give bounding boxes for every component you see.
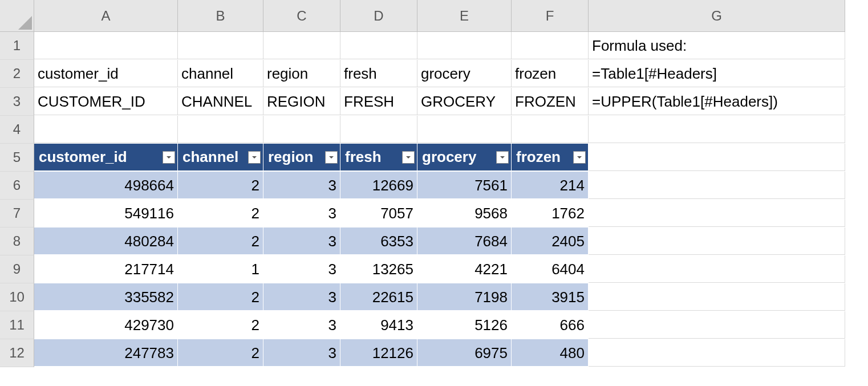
cell-formula[interactable]: =Table1[#Headers]	[589, 60, 845, 87]
row-header[interactable]: 10	[0, 283, 34, 311]
table-cell[interactable]: 6404	[512, 255, 589, 283]
cell[interactable]	[34, 116, 178, 143]
table-cell[interactable]: 2	[178, 172, 263, 199]
table-cell[interactable]: 12669	[340, 172, 417, 199]
table-cell[interactable]: 13265	[340, 255, 417, 283]
filter-dropdown-button[interactable]	[573, 151, 586, 164]
table-cell[interactable]: 217714	[34, 255, 178, 283]
table-cell[interactable]: 9413	[340, 311, 417, 339]
row-header[interactable]: 12	[0, 339, 34, 367]
cell[interactable]	[512, 32, 589, 59]
cell[interactable]	[178, 116, 263, 143]
table-cell[interactable]: 6975	[417, 339, 512, 367]
cell[interactable]	[340, 32, 417, 59]
cell[interactable]	[589, 255, 845, 283]
cell-formula-label[interactable]: Formula used:	[589, 32, 845, 59]
row-header[interactable]: 9	[0, 255, 34, 283]
filter-dropdown-button[interactable]	[496, 151, 509, 164]
table-cell[interactable]: 2	[178, 283, 263, 311]
select-all-corner[interactable]	[0, 0, 34, 32]
row-header[interactable]: 1	[0, 32, 34, 60]
table-cell[interactable]: 2405	[512, 227, 589, 255]
table-cell[interactable]: 2	[178, 227, 263, 255]
table-cell[interactable]: 7198	[417, 283, 512, 311]
column-header[interactable]: C	[263, 0, 340, 32]
column-header[interactable]: D	[340, 0, 417, 32]
cell[interactable]: CUSTOMER_ID	[34, 88, 178, 115]
filter-dropdown-button[interactable]	[248, 151, 261, 164]
cell[interactable]	[417, 32, 512, 59]
cell[interactable]: GROCERY	[417, 88, 512, 115]
table-cell[interactable]: 2	[178, 200, 263, 227]
table-cell[interactable]: 12126	[340, 339, 417, 367]
cell[interactable]	[589, 311, 845, 339]
filter-dropdown-button[interactable]	[163, 151, 175, 164]
cell[interactable]	[589, 116, 845, 143]
cell[interactable]	[263, 116, 340, 143]
table-cell[interactable]: 7684	[417, 227, 512, 255]
table-cell[interactable]: 7057	[340, 200, 417, 227]
cell[interactable]	[178, 32, 263, 59]
cell[interactable]	[589, 172, 845, 199]
table-header-cell[interactable]: frozen	[512, 144, 589, 171]
table-cell[interactable]: 6353	[340, 227, 417, 255]
row-header[interactable]: 3	[0, 88, 34, 116]
row-header[interactable]: 5	[0, 144, 34, 172]
table-cell[interactable]: 480	[512, 339, 589, 367]
column-header[interactable]: A	[34, 0, 178, 32]
table-cell[interactable]: 7561	[417, 172, 512, 199]
table-header-cell[interactable]: grocery	[417, 144, 512, 171]
cell[interactable]: channel	[178, 60, 263, 87]
column-header[interactable]: B	[178, 0, 263, 32]
table-cell[interactable]: 214	[512, 172, 589, 199]
cell[interactable]	[340, 116, 417, 143]
row-header[interactable]: 2	[0, 60, 34, 88]
cell[interactable]	[589, 227, 845, 255]
column-header[interactable]: F	[512, 0, 589, 32]
filter-dropdown-button[interactable]	[325, 151, 338, 164]
cell-formula[interactable]: =UPPER(Table1[#Headers])	[589, 88, 845, 115]
cell[interactable]: FRESH	[340, 88, 417, 115]
cell[interactable]	[589, 144, 845, 171]
table-cell[interactable]: 3	[263, 200, 340, 227]
table-cell[interactable]: 3	[263, 227, 340, 255]
cell[interactable]: fresh	[340, 60, 417, 87]
table-cell[interactable]: 549116	[34, 200, 178, 227]
row-header[interactable]: 6	[0, 172, 34, 200]
cell[interactable]	[263, 32, 340, 59]
table-header-cell[interactable]: channel	[178, 144, 263, 171]
row-header[interactable]: 11	[0, 311, 34, 339]
table-cell[interactable]: 429730	[34, 311, 178, 339]
table-cell[interactable]: 5126	[417, 311, 512, 339]
table-cell[interactable]: 2	[178, 339, 263, 367]
table-cell[interactable]: 335582	[34, 283, 178, 311]
row-header[interactable]: 7	[0, 200, 34, 227]
table-cell[interactable]: 480284	[34, 227, 178, 255]
column-header[interactable]: G	[589, 0, 845, 32]
cell[interactable]	[417, 116, 512, 143]
table-cell[interactable]: 22615	[340, 283, 417, 311]
filter-dropdown-button[interactable]	[402, 151, 415, 164]
cell[interactable]	[589, 200, 845, 227]
table-cell[interactable]: 3	[263, 255, 340, 283]
table-cell[interactable]: 3	[263, 172, 340, 199]
cell[interactable]	[512, 116, 589, 143]
cell[interactable]: customer_id	[34, 60, 178, 87]
cell[interactable]	[589, 283, 845, 311]
table-cell[interactable]: 666	[512, 311, 589, 339]
cell[interactable]: FROZEN	[512, 88, 589, 115]
table-header-cell[interactable]: customer_id	[34, 144, 178, 171]
table-cell[interactable]: 2	[178, 311, 263, 339]
row-header[interactable]: 8	[0, 227, 34, 255]
table-cell[interactable]: 1	[178, 255, 263, 283]
column-header[interactable]: E	[417, 0, 512, 32]
cell[interactable]: region	[263, 60, 340, 87]
table-cell[interactable]: 4221	[417, 255, 512, 283]
table-cell[interactable]: 247783	[34, 339, 178, 367]
table-cell[interactable]: 3	[263, 311, 340, 339]
table-cell[interactable]: 9568	[417, 200, 512, 227]
cell[interactable]	[34, 32, 178, 59]
cell[interactable]: grocery	[417, 60, 512, 87]
cell[interactable]	[589, 339, 845, 367]
table-cell[interactable]: 3915	[512, 283, 589, 311]
